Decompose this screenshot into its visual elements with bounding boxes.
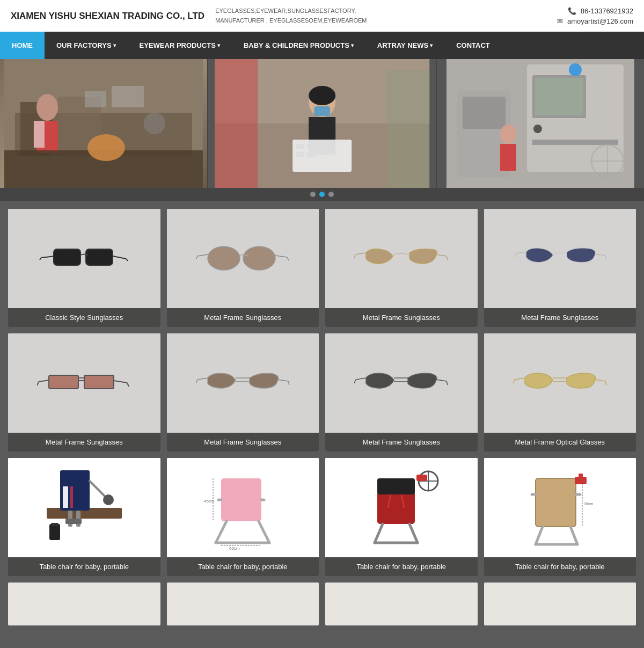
nav-item-eyewear[interactable]: EYEWEAR PRODUCTS ▾ [128,32,232,59]
svg-rect-129 [579,474,583,479]
dot-2[interactable] [319,192,325,197]
svg-rect-93 [65,519,82,524]
dot-1[interactable] [310,192,316,197]
svg-rect-20 [307,144,315,149]
svg-line-74 [356,378,366,380]
product-label-1: Classic Style Sunglasses [8,308,160,327]
svg-text:38cm: 38cm [584,502,593,506]
products-section: Classic Style Sunglasses Metal Frame Sun… [0,201,644,634]
svg-line-49 [275,256,287,257]
svg-point-31 [569,63,582,76]
product-card-16[interactable] [484,583,636,625]
tagline-line1: EYEGLASSES,EYEWEAR,SUNGLASSESFACTORY, [215,6,367,16]
product-card-9[interactable]: Table chair for baby, portable [8,458,160,576]
hero-banner [0,59,644,188]
products-grid-bottom [8,583,636,625]
svg-rect-16 [314,106,330,116]
svg-line-50 [196,256,197,259]
hero-image-3 [437,59,644,188]
svg-text:60cm: 60cm [229,546,240,551]
svg-line-100 [216,521,226,543]
svg-rect-21 [318,144,326,149]
nav-item-home[interactable]: HOME [0,32,45,59]
svg-rect-24 [215,59,258,188]
product-card-5[interactable]: Metal Frame Sunglasses [8,333,160,452]
product-img-9 [8,458,160,557]
product-card-14[interactable] [167,583,319,625]
svg-line-84 [513,380,515,383]
svg-line-68 [197,378,208,380]
svg-point-35 [500,125,516,144]
svg-line-57 [595,254,605,256]
svg-rect-25 [386,70,429,188]
product-label-9: Table chair for baby, portable [8,557,160,576]
nav-item-news[interactable]: ARTRAY NEWS ▾ [365,32,444,59]
product-img-10: 45cm 60cm [167,458,319,557]
product-label-7: Metal Frame Sunglasses [325,433,478,452]
product-img-11 [325,458,478,557]
svg-point-48 [243,246,275,270]
product-card-10[interactable]: 45cm 60cm Table chair for baby, portable [167,458,319,576]
product-card-1[interactable]: Classic Style Sunglasses [8,209,160,327]
svg-line-85 [605,381,606,385]
product-card-15[interactable] [325,583,478,625]
svg-line-71 [277,380,288,381]
product-card-6[interactable]: Metal Frame Sunglasses [167,333,319,452]
product-card-2[interactable]: Metal Frame Sunglasses [167,209,319,327]
svg-line-40 [41,256,55,258]
nav-item-factorys[interactable]: OUR FACTORYS ▾ [45,32,128,59]
svg-rect-96 [49,524,60,540]
svg-rect-22 [296,152,304,157]
svg-rect-23 [307,152,315,157]
svg-rect-121 [536,478,576,493]
product-label-12: Table chair for baby, portable [484,557,636,576]
svg-line-58 [514,253,516,257]
svg-rect-62 [84,375,114,389]
product-label-4: Metal Frame Sunglasses [484,308,636,327]
svg-line-55 [447,256,448,260]
header-left: XIAMEN YISHU SHEXIAN TRADING CO., LTD EY… [11,6,367,25]
svg-line-53 [436,254,447,256]
svg-rect-8 [112,86,144,107]
product-img-6 [167,333,319,433]
svg-line-79 [447,381,448,385]
product-card-13[interactable] [8,583,160,625]
svg-rect-119 [416,475,427,481]
email-address: amoyartist@126.com [567,17,633,25]
svg-line-72 [196,380,197,383]
product-card-4[interactable]: Metal Frame Sunglasses [484,209,636,327]
company-name: XIAMEN YISHU SHEXIAN TRADING CO., LTD [11,11,204,21]
product-card-7[interactable]: Metal Frame Sunglasses [325,333,478,452]
svg-line-51 [287,257,289,260]
product-card-12[interactable]: 38cm Table chair for baby, portable [484,458,636,576]
product-img-14 [167,583,319,625]
svg-rect-120 [536,489,576,527]
svg-point-30 [533,125,542,133]
email-icon: ✉ [557,17,563,25]
product-card-3[interactable]: Metal Frame Sunglasses [325,209,478,327]
product-label-5: Metal Frame Sunglasses [8,433,160,452]
product-img-2 [167,209,319,308]
product-card-11[interactable]: Table chair for baby, portable [325,458,478,576]
svg-rect-19 [296,144,304,149]
svg-rect-97 [51,523,58,526]
baby-chair-1-svg [41,465,127,551]
svg-line-77 [436,380,447,381]
svg-line-46 [197,254,208,256]
tagline: EYEGLASSES,EYEWEAR,SUNGLASSESFACTORY, MA… [215,6,367,25]
svg-line-65 [114,381,127,383]
phone-number: 86-13376921932 [581,7,633,15]
hero-image-2 [208,59,437,188]
sunglasses-optical-yellow-svg [513,360,607,406]
svg-line-101 [259,521,269,543]
svg-line-43 [113,256,126,259]
nav-item-baby[interactable]: BABY & CHILDREN PRODUCTS ▾ [232,32,365,59]
svg-text:45cm: 45cm [204,499,215,504]
svg-line-59 [605,256,606,259]
svg-line-67 [127,383,129,387]
product-img-13 [8,583,160,625]
product-card-8[interactable]: Metal Frame Optical Glasses [484,333,636,452]
nav-item-contact[interactable]: CONTACT [444,32,502,59]
product-img-4 [484,209,636,308]
dot-3[interactable] [328,192,334,197]
